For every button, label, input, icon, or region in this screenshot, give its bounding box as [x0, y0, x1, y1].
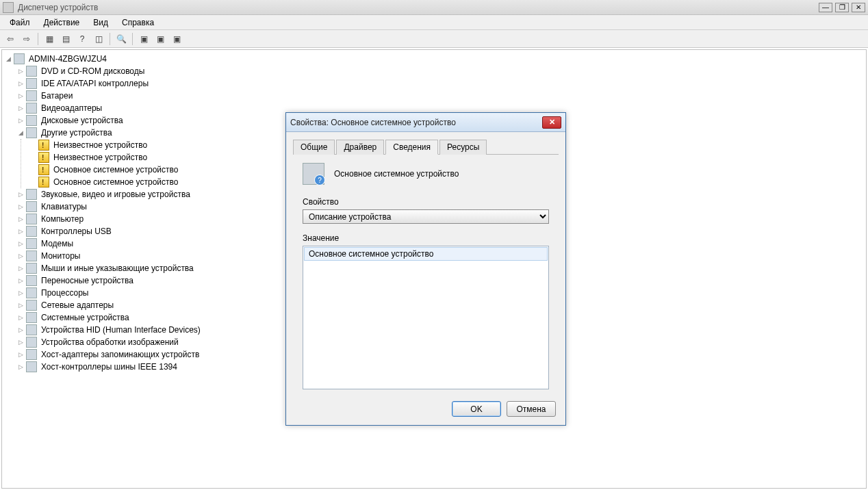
tree-category-label: Видеоадаптеры — [40, 102, 103, 114]
ok-button[interactable]: OK — [452, 401, 501, 417]
expand-icon[interactable]: ▷ — [17, 302, 25, 309]
dialog-titlebar[interactable]: Свойства: Основное системное устройство … — [286, 113, 565, 132]
toolbar-separator — [38, 33, 38, 45]
maximize-button[interactable]: ❐ — [835, 3, 849, 12]
uninstall-button[interactable]: ▣ — [153, 31, 168, 47]
property-select[interactable]: Описание устройства — [303, 209, 549, 224]
tree-category-label: Сетевые адаптеры — [40, 299, 115, 311]
expand-icon[interactable]: ▷ — [17, 80, 25, 88]
device-icon — [303, 163, 324, 185]
tree-category-label: DVD и CD-ROM дисководы — [40, 65, 146, 77]
tree-category-label: Хост-контроллеры шины IEEE 1394 — [40, 361, 179, 373]
update-driver-button[interactable]: ▣ — [136, 31, 151, 47]
tab-resources[interactable]: Ресурсы — [439, 140, 487, 155]
tree-category[interactable]: ▷DVD и CD-ROM дисководы — [17, 65, 865, 77]
menu-file[interactable]: Файл — [3, 16, 37, 29]
expand-icon[interactable]: ▷ — [17, 105, 25, 112]
tab-driver[interactable]: Драйвер — [336, 140, 384, 155]
spacer-icon — [29, 154, 37, 162]
tree-device-label: Основное системное устройство — [52, 164, 179, 176]
show-hide-console-tree-button[interactable]: ▦ — [42, 31, 57, 47]
expand-icon[interactable]: ▷ — [17, 92, 25, 100]
forward-button[interactable]: ⇨ — [19, 31, 34, 47]
category-icon — [26, 275, 37, 286]
value-listbox[interactable]: Основное системное устройство — [303, 246, 549, 389]
menubar: Файл Действие Вид Справка — [0, 15, 868, 30]
minimize-button[interactable]: — — [819, 3, 832, 12]
tree-category-label: Контроллеры USB — [40, 225, 113, 237]
expand-icon[interactable]: ▷ — [17, 314, 25, 322]
collapse-icon[interactable]: ◢ — [5, 55, 12, 63]
category-icon — [26, 201, 37, 212]
tree-category-label: Хост-адаптеры запоминающих устройств — [40, 348, 201, 361]
spacer-icon — [29, 142, 37, 149]
expand-icon[interactable]: ▷ — [17, 265, 25, 272]
expand-icon[interactable]: ▷ — [17, 216, 25, 223]
menu-help[interactable]: Справка — [115, 16, 161, 29]
expand-icon[interactable]: ▷ — [17, 277, 25, 285]
tree-device-label: Неизвестное устройство — [52, 151, 149, 164]
tab-general[interactable]: Общие — [293, 140, 335, 155]
category-icon — [26, 337, 37, 348]
toolbar: ⇦ ⇨ ▦ ▤ ? ◫ 🔍 ▣ ▣ ▣ — [0, 30, 868, 48]
expand-icon[interactable]: ▷ — [17, 117, 25, 125]
tree-category-label: Мониторы — [40, 250, 81, 262]
tree-category-label: Дисковые устройства — [40, 114, 125, 127]
tree-category-label: Устройства обработки изображений — [40, 336, 180, 348]
category-icon — [26, 312, 37, 323]
value-item[interactable]: Основное системное устройство — [304, 247, 548, 261]
expand-icon[interactable]: ▷ — [17, 68, 25, 75]
menu-action[interactable]: Действие — [37, 16, 87, 29]
back-button[interactable]: ⇦ — [3, 31, 18, 47]
properties-dialog: Свойства: Основное системное устройство … — [285, 112, 566, 426]
device-name: Основное системное устройство — [334, 169, 459, 179]
menu-view[interactable]: Вид — [86, 16, 115, 29]
tab-details[interactable]: Сведения — [385, 140, 438, 155]
cancel-button[interactable]: Отмена — [507, 401, 556, 417]
value-label: Значение — [303, 233, 549, 243]
toolbar-separator — [132, 33, 133, 45]
category-icon — [26, 349, 37, 360]
tree-root-label: ADMIN-4ZBGWJZU4 — [27, 53, 108, 65]
expand-icon[interactable]: ▷ — [17, 191, 25, 198]
scan-hardware-button[interactable]: 🔍 — [114, 31, 129, 47]
expand-icon[interactable]: ▷ — [17, 240, 25, 248]
tree-category-label: Компьютер — [40, 213, 85, 225]
tree-category-label: Звуковые, видео и игровые устройства — [40, 188, 192, 201]
toolbar-separator — [110, 33, 110, 45]
tree-category-label: Мыши и иные указывающие устройства — [40, 262, 195, 274]
properties-button[interactable]: ▤ — [58, 31, 73, 47]
property-label: Свойство — [303, 197, 549, 207]
expand-icon[interactable]: ▷ — [17, 326, 25, 334]
tree-root[interactable]: ◢ ADMIN-4ZBGWJZU4 — [5, 53, 865, 65]
close-button[interactable]: ✕ — [852, 3, 865, 12]
view-button[interactable]: ◫ — [91, 31, 106, 47]
category-icon — [26, 115, 37, 126]
expand-icon[interactable]: ▷ — [17, 289, 25, 297]
warning-icon — [38, 177, 49, 188]
help-button[interactable]: ? — [75, 31, 90, 47]
collapse-icon[interactable]: ◢ — [17, 129, 25, 137]
disable-button[interactable]: ▣ — [169, 31, 184, 47]
category-icon — [26, 324, 37, 335]
expand-icon[interactable]: ▷ — [17, 253, 25, 260]
tree-category-label: Переносные устройства — [40, 274, 135, 287]
tree-device-label: Неизвестное устройство — [52, 139, 149, 151]
category-icon — [26, 226, 37, 237]
tree-category[interactable]: ▷IDE ATA/ATAPI контроллеры — [17, 77, 865, 90]
dialog-tabs: Общие Драйвер Сведения Ресурсы — [293, 139, 559, 155]
expand-icon[interactable]: ▷ — [17, 363, 25, 371]
expand-icon[interactable]: ▷ — [17, 351, 25, 359]
tree-category-label: Батареи — [40, 90, 74, 102]
expand-icon[interactable]: ▷ — [17, 339, 25, 346]
tree-category[interactable]: ▷Батареи — [17, 90, 865, 102]
expand-icon[interactable]: ▷ — [17, 203, 25, 211]
category-icon — [26, 214, 37, 224]
category-icon — [26, 127, 37, 138]
dialog-close-button[interactable]: ✕ — [542, 116, 561, 129]
expand-icon[interactable]: ▷ — [17, 228, 25, 235]
warning-icon — [38, 140, 49, 151]
warning-icon — [38, 152, 49, 163]
category-icon — [26, 90, 37, 101]
app-icon — [3, 2, 14, 13]
